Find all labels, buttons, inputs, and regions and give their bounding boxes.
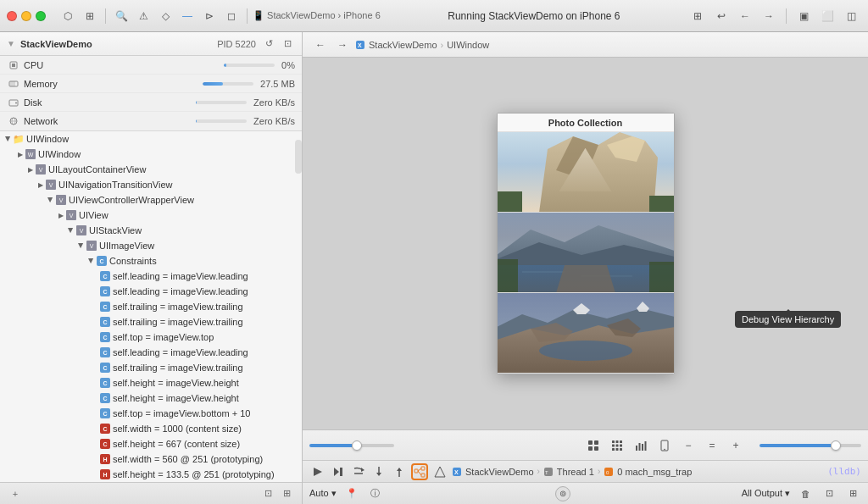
tree-item-uiwindow-root[interactable]: ▶ 📁 UIWindow [0,131,302,147]
tree-label: UIImageView [99,241,154,251]
phone-button[interactable] [654,435,675,456]
step-into-button[interactable] [370,463,387,480]
constraint-13[interactable]: H self.width = 560 @ 251 (prototyping) [0,451,302,467]
trash-button[interactable]: 🗑 [797,485,814,502]
canvas-back-button[interactable]: ← [311,36,330,54]
location-button[interactable]: 📍 [343,485,360,502]
panel-view[interactable]: ◫ [841,8,861,24]
tree-view[interactable]: ▶ 📁 UIWindow ▶ W UIWindow ▶ V UILayoutCo… [0,131,302,482]
output-dropdown[interactable]: All Output ▾ [742,488,790,499]
constraint-1[interactable]: C self.leading = imageView.leading [0,269,302,284]
shader-button[interactable] [431,463,448,480]
add-button[interactable]: + [7,485,24,502]
scheme-label: 📱 StackViewDemo › iPhone 6 [253,10,381,21]
tree-item-layout[interactable]: ▶ V UILayoutContainerView [0,162,302,177]
warning-button[interactable]: ⚠ [133,8,153,24]
split-bottom-2[interactable]: ⊞ [844,485,861,502]
constraint-3[interactable]: C self.trailing = imageView.trailing [0,299,302,314]
tree-item-stackview[interactable]: ▶ V UIStackView [0,223,302,238]
minimize-button[interactable] [21,11,31,21]
tree-item-imageview1[interactable]: ▶ V UIImageView [0,238,302,253]
tree-label: UIView [79,210,108,220]
constraint-14[interactable]: H self.height = 133.5 @ 251 (prototyping… [0,467,302,482]
info-button[interactable]: ⓘ [367,485,384,502]
tree-item-wrapper[interactable]: ▶ V UIViewControllerWrapperView [0,192,302,208]
debug-view-hierarchy-button[interactable] [411,463,428,480]
constraint-9[interactable]: C self.height = imageView.height [0,390,302,406]
tree-item-constraints[interactable]: ▶ C Constraints [0,253,302,269]
constraint-icon: C [100,347,110,357]
constraint-8[interactable]: C self.height = imageView.height [0,375,302,390]
tree-item-uiview[interactable]: ▶ V UIView [0,208,302,223]
jump-bar-center[interactable]: ⊚ [555,486,570,501]
split-bottom-1[interactable]: ⊡ [821,485,837,502]
close-button[interactable] [7,11,17,21]
view-toggle-2[interactable]: ↩ [711,8,732,24]
zoom-slider-right[interactable] [760,444,861,447]
scrollbar[interactable] [295,140,302,174]
constraint-2[interactable]: C self.leading = imageView.leading [0,284,302,299]
view-icon: V [36,164,46,174]
svg-rect-47 [616,448,619,451]
svg-rect-17 [649,196,674,213]
view-icon: V [46,180,56,190]
plus-button[interactable]: + [726,435,746,456]
active-button[interactable]: — [177,8,198,24]
diamond-button[interactable]: ◇ [155,8,175,24]
constraint-6[interactable]: C self.leading = imageView.leading [0,345,302,360]
grid-large-button[interactable]: ⊞ [278,485,295,502]
constraint-7[interactable]: C self.trailing = imageView.trailing [0,360,302,375]
constraint-12[interactable]: C self.height = 667 (content size) [0,436,302,451]
constraint-11[interactable]: C self.width = 1000 (content size) [0,421,302,436]
view-icon: V [86,241,97,251]
view-toggle-1[interactable]: ⊞ [687,8,708,24]
back-forward-button[interactable]: ⬡ [58,8,78,24]
disk-row[interactable]: Disk Zero KB/s [0,93,302,112]
search-button[interactable]: 🔍 [111,8,131,24]
tree-item-uiwindow[interactable]: ▶ W UIWindow [0,147,302,162]
breadcrumb-frame: 0 [604,466,614,477]
stop-button[interactable]: ◻ [221,8,242,24]
grid-2-button[interactable] [583,435,604,456]
grid-small-button[interactable]: ⊡ [259,485,276,502]
settings-button[interactable]: ⊡ [280,36,295,52]
hierarchy-button[interactable]: ⊞ [80,8,100,24]
svg-marker-63 [397,468,402,471]
step-over-button[interactable] [350,463,367,480]
cpu-row[interactable]: CPU 0% [0,56,302,75]
memory-row[interactable]: Memory 27.5 MB [0,75,302,93]
equals-button[interactable]: = [702,435,722,456]
grid-3-button[interactable] [607,435,627,456]
disk-value: Zero KB/s [253,97,295,108]
tree-label: self.top = imageView.top [113,332,214,342]
constraint-4[interactable]: C self.trailing = imageView.trailing [0,314,302,330]
window-controls: ⬡ ⊞ 🔍 ⚠ ◇ — ⊳ ◻ 📱 StackViewDemo › iPhone… [58,8,381,24]
continue-button[interactable] [330,463,347,480]
maximize-button[interactable] [36,11,46,21]
auto-dropdown[interactable]: Auto ▾ [309,488,337,499]
svg-marker-56 [334,468,339,476]
network-row[interactable]: Network Zero KB/s [0,112,302,130]
debug-toggle[interactable] [309,463,326,480]
back-nav[interactable]: ← [735,8,755,24]
constraint-10[interactable]: C self.top = imageView.bottom + 10 [0,406,302,421]
canvas-toolbar: ← → X StackViewDemo › UIWindow [303,32,868,58]
tree-item-nav-transition[interactable]: ▶ V UINavigationTransitionView [0,177,302,192]
nav-button[interactable]: ⊳ [199,8,220,24]
zoom-slider-left[interactable] [309,444,394,447]
sidebar-header: ▼ StackViewDemo PID 5220 ↺ ⊡ [0,32,302,56]
full-screen[interactable]: ⬜ [817,8,837,24]
step-out-button[interactable] [391,463,408,480]
right-controls: ⊞ ↩ ← → ▣ ⬜ ◫ [687,8,861,24]
chart-button[interactable] [631,435,651,456]
refresh-button[interactable]: ↺ [261,36,276,52]
forward-nav[interactable]: → [759,8,779,24]
constraint-5[interactable]: C self.top = imageView.top [0,330,302,345]
minus-button[interactable]: − [678,435,698,456]
constraint-icon-red: H [100,469,110,479]
split-view[interactable]: ▣ [793,8,814,24]
window-title: Running StackViewDemo on iPhone 6 [386,10,682,22]
tree-label: UIWindow [26,134,69,144]
canvas-forward-button[interactable]: → [333,36,352,54]
svg-point-54 [664,448,665,450]
